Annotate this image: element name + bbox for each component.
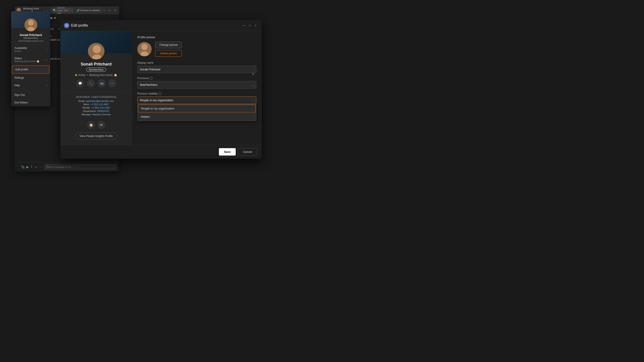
search-icon: 🔍	[53, 9, 56, 12]
dept-value: 555024101	[97, 110, 109, 112]
edit-profile-dialog: W Edit profile — □ × Sonali Pritchard Sh…	[60, 20, 262, 159]
reply-bar: 📎 ▶ T ☺ ⋯	[18, 162, 119, 172]
picture-action-buttons: Change picture Delete picture	[155, 41, 182, 57]
chevron-right-icon: ›	[46, 84, 47, 87]
chevron-right-icon: ›	[46, 58, 47, 61]
profile-menu: Availability Active › Status Working fro…	[11, 44, 50, 106]
dialog-icon: W	[64, 23, 69, 28]
video-action-button[interactable]: 📹	[98, 79, 106, 87]
pronouns-select[interactable]: She/Her/Hers He/Him/His They/Them/Theirs	[137, 81, 256, 88]
search-bar[interactable]: 🔍 Search, meet, and call	[51, 7, 73, 13]
preview-contact-info: DESIGNER. USER EXPERIENCE Email: spritch…	[60, 94, 132, 118]
availability-menu-item[interactable]: Availability Active ›	[11, 44, 50, 54]
gif-icon[interactable]: ▶	[26, 165, 29, 169]
settings-menu-item[interactable]: Settings	[11, 74, 50, 81]
pronoun-visibility-dropdown: People in my organization Hidden	[137, 104, 256, 121]
status-menu-item[interactable]: Status Working from home 🏠 ›	[11, 54, 50, 65]
svg-point-0	[18, 9, 20, 10]
edit-profile-menu-item[interactable]: Edit profile	[12, 65, 50, 73]
svg-point-11	[140, 51, 148, 56]
profile-card-header	[11, 11, 50, 28]
preview-avatar	[87, 42, 105, 60]
dropdown-item-hidden[interactable]: Hidden	[138, 113, 256, 121]
pronouns-field-group: Pronouns i She/Her/Hers He/Him/His They/…	[137, 77, 256, 88]
svg-point-7	[27, 27, 34, 32]
contact-work-phone: Work: +1 555 123 4567	[64, 103, 128, 106]
change-picture-button[interactable]: Change picture	[155, 41, 182, 48]
chevron-right-icon: ›	[46, 48, 47, 51]
work-phone-value: +1 555 123 4567	[90, 103, 109, 106]
connect-device-button[interactable]: 🔗 Connect to a device	[75, 8, 101, 13]
chat-action-button[interactable]: 💬	[76, 79, 84, 87]
window-controls: 🔗 Connect to a device — □ ×	[75, 8, 118, 13]
delete-picture-button[interactable]: Delete picture	[155, 50, 182, 57]
manager-value: Barbara German	[92, 113, 111, 116]
home-footer-button[interactable]: 🏠	[87, 121, 95, 129]
more-action-button[interactable]: ⋯	[108, 79, 116, 87]
dialog-titlebar: W Edit profile — □ ×	[60, 20, 262, 31]
dialog-maximize-button[interactable]: □	[247, 23, 252, 28]
status-separator: •	[87, 73, 88, 77]
dropdown-item-org[interactable]: People in my organization	[138, 105, 256, 112]
menu-divider	[11, 90, 50, 90]
working-status-label: Working from home	[89, 73, 112, 77]
save-button[interactable]: Save	[219, 148, 236, 156]
dialog-minimize-button[interactable]: —	[242, 23, 246, 28]
status-dot	[75, 74, 77, 76]
close-button[interactable]: ×	[112, 8, 118, 13]
mail-footer-button[interactable]: ✉	[97, 121, 105, 129]
contact-email: Email: spritchard@example.com	[64, 100, 128, 102]
profile-picture-section: Change picture Delete picture	[137, 41, 256, 57]
pronoun-visibility-select-wrapper: People in my organization ⌄	[137, 96, 256, 104]
svg-point-10	[141, 44, 148, 50]
pronoun-visibility-field-group: Pronoun visibility i People in my organi…	[137, 92, 256, 104]
preview-status: Active • Working from home 🏠	[64, 73, 128, 77]
availability-label: Availability	[14, 46, 27, 50]
preview-footer-buttons: 🏠 ✉	[84, 121, 109, 129]
edit-profile-label: Edit profile	[16, 68, 28, 71]
text-icon[interactable]: T	[30, 165, 33, 169]
profile-email: spritchard@example.com	[11, 40, 50, 42]
status-label: Status	[14, 57, 40, 60]
display-name-input[interactable]	[137, 66, 256, 73]
sign-out-menu-item[interactable]: Sign Out	[11, 91, 50, 99]
pronoun-visibility-info-icon: i	[158, 92, 162, 95]
active-status-label: Active	[78, 73, 86, 77]
cancel-button[interactable]: Cancel	[238, 148, 257, 156]
maximize-button[interactable]: □	[107, 8, 112, 13]
minimize-button[interactable]: —	[102, 8, 107, 13]
emoji-icon[interactable]: ☺	[34, 165, 38, 169]
pronoun-visibility-value: People in my organization	[140, 98, 173, 102]
message-input[interactable]	[44, 164, 116, 170]
sign-out-label: Sign Out	[14, 93, 25, 96]
clear-display-name-icon[interactable]: ✕	[252, 72, 254, 76]
exit-menu-item[interactable]: Exit Webex	[11, 99, 50, 106]
email-value: spritchard@example.com	[86, 100, 114, 102]
preview-pronouns-badge: She/Her/Hers	[86, 68, 106, 72]
attachment-icon[interactable]: 📎	[20, 165, 25, 169]
pronouns-label: Pronouns i	[137, 77, 256, 80]
dialog-footer: Save Cancel	[60, 145, 262, 159]
preview-name: Sonali Pritchard	[64, 62, 128, 67]
dialog-close-button[interactable]: ×	[253, 23, 258, 28]
settings-label: Settings	[14, 76, 24, 79]
pronoun-visibility-label-text: Pronoun visibility	[137, 92, 158, 95]
pronoun-visibility-label: Pronoun visibility i	[137, 92, 256, 95]
view-insights-button[interactable]: View People Insights Profile	[75, 132, 118, 140]
more-icon[interactable]: ⋯	[39, 165, 43, 169]
pronoun-visibility-trigger[interactable]: People in my organization	[137, 96, 256, 104]
availability-value: Active	[14, 50, 27, 52]
dialog-window-controls: — □ ×	[242, 23, 258, 28]
contact-manager: Manager: Barbara German	[64, 113, 128, 116]
profile-name: Sonali Pritchard	[11, 33, 50, 37]
help-menu-item[interactable]: Help ›	[11, 81, 50, 89]
display-name-field-group: Display name ✕	[137, 61, 256, 73]
pronouns-select-wrapper: She/Her/Hers He/Him/His They/Them/Theirs…	[137, 81, 256, 88]
profile-card: Sonali Pritchard She/Her/Hers spritchard…	[11, 11, 50, 106]
dialog-title-text: Edit profile	[71, 23, 88, 27]
contact-role: DESIGNER. USER EXPERIENCE	[64, 96, 128, 98]
call-action-button[interactable]: 📞	[87, 79, 95, 87]
preview-action-buttons: 💬 📞 📹 ⋯	[76, 79, 116, 87]
display-name-label: Display name	[137, 61, 256, 64]
preview-background	[60, 31, 132, 53]
